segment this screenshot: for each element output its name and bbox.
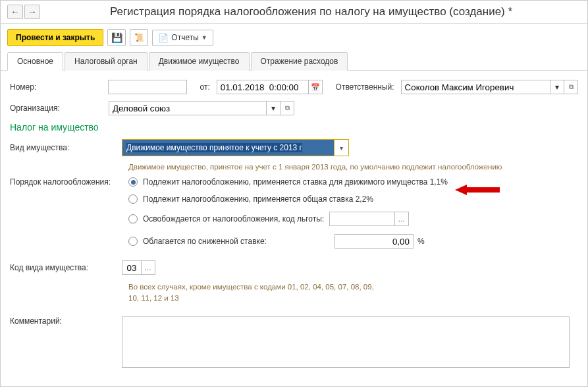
responsible-dropdown-button[interactable]: ▾ <box>550 80 564 94</box>
document-icon: 📄 <box>158 33 169 43</box>
radio-exempt-label[interactable]: Освобождается от налогообложения, код ль… <box>143 214 324 223</box>
form-body: Номер: от: 📅 Ответственный: ▾ ⧉ Организа… <box>1 71 587 384</box>
post-and-close-button[interactable]: Провести и закрыть <box>7 29 103 46</box>
property-type-dropdown-button[interactable]: ▾ <box>334 140 348 156</box>
section-title-tax: Налог на имущество <box>10 122 578 133</box>
responsible-open-button[interactable]: ⧉ <box>564 80 578 94</box>
radio-reduced-rate-label[interactable]: Облагается по сниженной ставке: <box>143 237 267 246</box>
calendar-button[interactable]: 📅 <box>308 80 323 94</box>
chevron-down-icon: ▾ <box>340 144 343 152</box>
chevron-down-icon: ▼ <box>201 34 207 41</box>
tab-main[interactable]: Основное <box>7 52 63 71</box>
radio-exempt[interactable] <box>128 214 138 223</box>
percent-label: % <box>417 237 425 246</box>
tab-movable-property[interactable]: Движимое имущество <box>149 52 250 71</box>
property-type-select[interactable]: Движимое имущество принятое к учету с 20… <box>122 139 349 156</box>
radio-general-rate[interactable] <box>128 194 138 204</box>
property-code-label: Код вида имущества: <box>10 263 122 272</box>
date-input[interactable] <box>217 80 309 94</box>
chevron-down-icon: ▾ <box>271 104 275 113</box>
number-input[interactable] <box>108 80 187 94</box>
radio-general-rate-label[interactable]: Подлежит налогообложению, применяется об… <box>143 194 373 204</box>
reduced-rate-input[interactable] <box>334 234 414 249</box>
dots-icon: … <box>144 264 152 272</box>
property-code-input[interactable] <box>122 260 142 275</box>
organization-dropdown-button[interactable]: ▾ <box>266 101 281 115</box>
responsible-label: Ответственный: <box>336 82 394 92</box>
radio-reduced-rate[interactable] <box>128 237 138 246</box>
radio-movable-rate[interactable] <box>128 177 138 187</box>
save-button[interactable]: 💾 <box>107 29 126 46</box>
comment-label: Комментарий: <box>10 316 122 326</box>
property-type-label: Вид имущества: <box>10 143 122 152</box>
organization-open-button[interactable]: ⧉ <box>280 101 294 115</box>
tab-expense-reflection[interactable]: Отражение расходов <box>251 52 348 71</box>
scroll-icon: 📜 <box>134 33 144 42</box>
property-code-picker-button[interactable]: … <box>141 260 155 275</box>
number-label: Номер: <box>10 82 108 92</box>
topbar: ← → Регистрация порядка налогообложения … <box>1 1 587 24</box>
open-icon: ⧉ <box>569 83 574 91</box>
arrow-annotation <box>455 183 501 196</box>
radio-movable-rate-label[interactable]: Подлежит налогообложению, применяется ст… <box>143 177 448 187</box>
svg-marker-0 <box>455 185 500 195</box>
exempt-code-picker-button[interactable]: … <box>394 212 409 226</box>
tab-tax-authority[interactable]: Налоговый орган <box>65 52 147 71</box>
back-button[interactable]: ← <box>7 5 23 19</box>
property-hint: Движимое имущество, принятое на учет с 1… <box>128 163 578 171</box>
code-hint: Во всех случаях, кроме имущества с кодам… <box>128 282 379 305</box>
post-button[interactable]: 📜 <box>130 29 148 46</box>
toolbar: Провести и закрыть 💾 📜 📄 Отчеты ▼ <box>1 24 587 51</box>
organization-label: Организация: <box>10 104 109 113</box>
save-icon: 💾 <box>111 32 122 43</box>
forward-button[interactable]: → <box>24 5 40 19</box>
from-label: от: <box>200 82 210 92</box>
chevron-down-icon: ▾ <box>555 82 559 92</box>
tax-order-label: Порядок налогообложения: <box>10 177 128 256</box>
open-icon: ⧉ <box>285 104 290 112</box>
property-type-value: Движимое имущество принятое к учету с 20… <box>126 143 302 152</box>
tabs: Основное Налоговый орган Движимое имущес… <box>1 51 587 71</box>
comment-textarea[interactable] <box>122 316 570 368</box>
exempt-code-input[interactable] <box>329 212 395 226</box>
reports-button[interactable]: 📄 Отчеты ▼ <box>152 30 213 46</box>
calendar-icon: 📅 <box>311 83 320 92</box>
organization-input[interactable] <box>109 101 267 115</box>
page-title: Регистрация порядка налогообложения по н… <box>41 5 581 18</box>
dots-icon: … <box>398 215 406 223</box>
reports-label: Отчеты <box>171 33 198 42</box>
responsible-input[interactable] <box>401 80 551 94</box>
